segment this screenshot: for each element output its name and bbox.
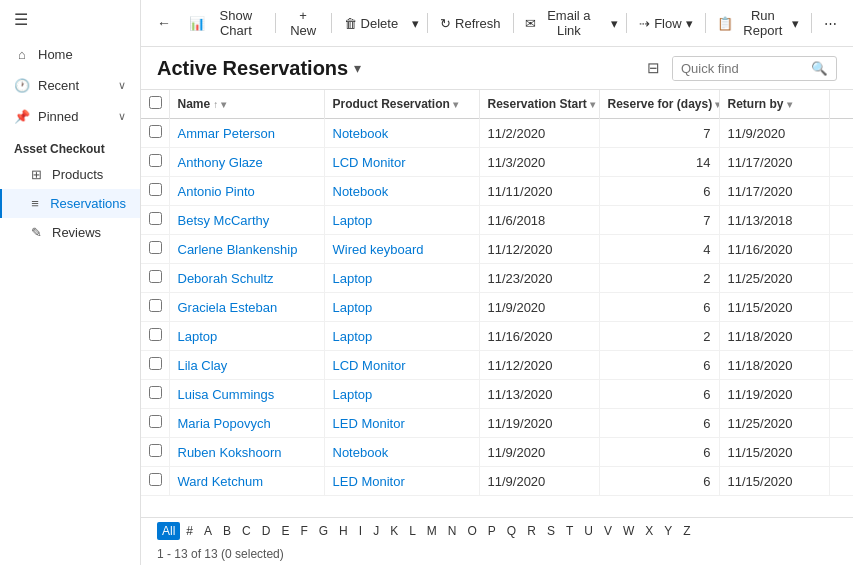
alpha-filter-n[interactable]: N: [443, 522, 462, 540]
alpha-filter-b[interactable]: B: [218, 522, 236, 540]
filter-dropdown-icon[interactable]: ▾: [715, 99, 719, 110]
email-link-button[interactable]: ✉ Email a Link: [517, 4, 605, 42]
row-name-cell[interactable]: Anthony Glaze: [169, 148, 324, 177]
title-dropdown-icon[interactable]: ▾: [354, 60, 361, 76]
hamburger-icon[interactable]: ☰: [0, 0, 140, 39]
row-checkbox-cell[interactable]: [141, 206, 169, 235]
sidebar-item-recent[interactable]: 🕐 Recent ∨: [0, 70, 140, 101]
refresh-button[interactable]: ↻ Refresh: [432, 12, 509, 35]
row-checkbox-cell[interactable]: [141, 467, 169, 496]
filter-dropdown-icon[interactable]: ▾: [787, 99, 792, 110]
filter-dropdown-icon[interactable]: ▾: [221, 99, 226, 110]
alpha-filter-o[interactable]: O: [463, 522, 482, 540]
row-name-cell[interactable]: Betsy McCarthy: [169, 206, 324, 235]
row-checkbox-cell[interactable]: [141, 438, 169, 467]
row-name-cell[interactable]: Ammar Peterson: [169, 119, 324, 148]
alpha-filter-f[interactable]: F: [295, 522, 312, 540]
row-checkbox[interactable]: [149, 444, 162, 457]
row-checkbox-cell[interactable]: [141, 409, 169, 438]
alpha-filter-#[interactable]: #: [181, 522, 198, 540]
delete-dropdown-button[interactable]: ▾: [408, 12, 423, 35]
email-dropdown-button[interactable]: ▾: [607, 12, 622, 35]
alpha-filter-d[interactable]: D: [257, 522, 276, 540]
row-product-cell[interactable]: Wired keyboard: [324, 235, 479, 264]
row-checkbox[interactable]: [149, 270, 162, 283]
row-product-cell[interactable]: Laptop: [324, 380, 479, 409]
row-checkbox[interactable]: [149, 328, 162, 341]
sidebar-item-home[interactable]: ⌂ Home: [0, 39, 140, 70]
row-checkbox-cell[interactable]: [141, 380, 169, 409]
row-product-cell[interactable]: LED Monitor: [324, 467, 479, 496]
row-checkbox[interactable]: [149, 473, 162, 486]
row-checkbox[interactable]: [149, 415, 162, 428]
filter-icon[interactable]: ⊟: [643, 55, 664, 81]
alpha-filter-i[interactable]: I: [354, 522, 367, 540]
alpha-filter-v[interactable]: V: [599, 522, 617, 540]
alpha-filter-e[interactable]: E: [276, 522, 294, 540]
alpha-filter-a[interactable]: A: [199, 522, 217, 540]
row-product-cell[interactable]: LED Monitor: [324, 409, 479, 438]
row-checkbox[interactable]: [149, 154, 162, 167]
row-checkbox[interactable]: [149, 241, 162, 254]
row-checkbox-cell[interactable]: [141, 148, 169, 177]
show-chart-button[interactable]: 📊 Show Chart: [181, 4, 271, 42]
sidebar-item-reviews[interactable]: ✎ Reviews: [0, 218, 140, 247]
row-checkbox-cell[interactable]: [141, 177, 169, 206]
row-name-cell[interactable]: Graciela Esteban: [169, 293, 324, 322]
filter-dropdown-icon[interactable]: ▾: [590, 99, 595, 110]
alpha-filter-w[interactable]: W: [618, 522, 639, 540]
row-product-cell[interactable]: Notebook: [324, 177, 479, 206]
row-checkbox-cell[interactable]: [141, 293, 169, 322]
alpha-filter-u[interactable]: U: [579, 522, 598, 540]
alpha-filter-k[interactable]: K: [385, 522, 403, 540]
alpha-filter-j[interactable]: J: [368, 522, 384, 540]
alpha-filter-z[interactable]: Z: [678, 522, 695, 540]
row-checkbox-cell[interactable]: [141, 264, 169, 293]
row-name-cell[interactable]: Ruben Kokshoorn: [169, 438, 324, 467]
checkbox-column-header[interactable]: [141, 90, 169, 119]
row-product-cell[interactable]: Laptop: [324, 264, 479, 293]
sidebar-item-pinned[interactable]: 📌 Pinned ∨: [0, 101, 140, 132]
more-options-button[interactable]: ⋯: [816, 12, 845, 35]
row-product-cell[interactable]: LCD Monitor: [324, 148, 479, 177]
row-checkbox-cell[interactable]: [141, 235, 169, 264]
row-checkbox[interactable]: [149, 212, 162, 225]
row-product-cell[interactable]: LCD Monitor: [324, 351, 479, 380]
alpha-filter-x[interactable]: X: [640, 522, 658, 540]
select-all-checkbox[interactable]: [149, 96, 162, 109]
start-column-header[interactable]: Reservation Start ▾: [479, 90, 599, 119]
product-column-header[interactable]: Product Reservation ▾: [324, 90, 479, 119]
delete-button[interactable]: 🗑 Delete: [336, 12, 407, 35]
return-column-header[interactable]: Return by ▾: [719, 90, 829, 119]
row-checkbox[interactable]: [149, 125, 162, 138]
sidebar-item-products[interactable]: ⊞ Products: [0, 160, 140, 189]
alpha-filter-t[interactable]: T: [561, 522, 578, 540]
run-report-button[interactable]: 📋 Run Report ▾: [709, 4, 807, 42]
row-checkbox[interactable]: [149, 299, 162, 312]
alpha-filter-p[interactable]: P: [483, 522, 501, 540]
row-product-cell[interactable]: Laptop: [324, 206, 479, 235]
alpha-filter-h[interactable]: H: [334, 522, 353, 540]
alpha-filter-r[interactable]: R: [522, 522, 541, 540]
row-product-cell[interactable]: Notebook: [324, 438, 479, 467]
row-name-cell[interactable]: Laptop: [169, 322, 324, 351]
filter-dropdown-icon[interactable]: ▾: [453, 99, 458, 110]
row-checkbox-cell[interactable]: [141, 322, 169, 351]
row-checkbox[interactable]: [149, 386, 162, 399]
quick-find-input[interactable]: [673, 57, 803, 80]
row-name-cell[interactable]: Ward Ketchum: [169, 467, 324, 496]
row-product-cell[interactable]: Laptop: [324, 293, 479, 322]
alpha-filter-c[interactable]: C: [237, 522, 256, 540]
row-name-cell[interactable]: Deborah Schultz: [169, 264, 324, 293]
alpha-filter-g[interactable]: G: [314, 522, 333, 540]
row-name-cell[interactable]: Maria Popovych: [169, 409, 324, 438]
days-column-header[interactable]: Reserve for (days) ▾: [599, 90, 719, 119]
row-name-cell[interactable]: Luisa Cummings: [169, 380, 324, 409]
quick-find-button[interactable]: 🔍: [803, 57, 836, 80]
name-column-header[interactable]: Name ↑ ▾: [169, 90, 324, 119]
row-product-cell[interactable]: Laptop: [324, 322, 479, 351]
row-name-cell[interactable]: Lila Clay: [169, 351, 324, 380]
alpha-filter-l[interactable]: L: [404, 522, 421, 540]
alpha-filter-q[interactable]: Q: [502, 522, 521, 540]
row-checkbox-cell[interactable]: [141, 351, 169, 380]
